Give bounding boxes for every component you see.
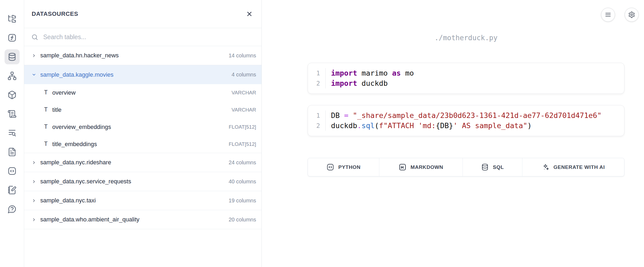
add-cell-button-label: MARKDOWN xyxy=(410,164,443,170)
column-type: VARCHAR xyxy=(232,107,256,113)
sidebar-item-packages[interactable] xyxy=(5,87,20,102)
sidebar-rail xyxy=(0,0,24,267)
code-line: DB = "_share/sample_data/23b0d623-1361-4… xyxy=(331,110,602,121)
add-cell-button-label: GENERATE WITH AI xyxy=(554,164,605,170)
notebook-toolbar xyxy=(601,8,639,22)
table-name: sample_data.kaggle.movies xyxy=(40,71,114,78)
add-cell-markdown-button[interactable]: MARKDOWN xyxy=(379,158,463,176)
notebook-pen-icon xyxy=(8,186,17,195)
search-icon xyxy=(31,34,38,41)
column-row[interactable]: Toverview_embeddingsFLOAT[512] xyxy=(24,118,261,136)
code-line: import duckdb xyxy=(331,78,414,88)
chevron-right-icon xyxy=(32,179,36,184)
sidebar-item-tracebacks[interactable] xyxy=(5,125,20,140)
column-row[interactable]: TtitleVARCHAR xyxy=(24,101,261,118)
table-name: sample_data.nyc.taxi xyxy=(40,197,96,204)
line-number-gutter: 12 xyxy=(308,110,326,131)
line-number: 2 xyxy=(308,78,320,88)
sidebar-item-file-explorer[interactable] xyxy=(5,11,20,26)
code-editor[interactable]: import marimo as moimport duckdb xyxy=(326,68,414,88)
code-line: import marimo as mo xyxy=(331,68,414,78)
cell-list: 12import marimo as moimport duckdb12DB =… xyxy=(308,63,624,136)
panel-header: DATASOURCES xyxy=(24,0,261,28)
sidebar-item-variables[interactable] xyxy=(5,30,20,45)
column-type: FLOAT[512] xyxy=(229,124,256,130)
settings-button[interactable] xyxy=(625,8,639,22)
notebook-area: ./motherduck.py 12import marimo as moimp… xyxy=(262,0,644,267)
table-row[interactable]: sample_data.hn.hacker_news14 columns xyxy=(24,46,261,65)
line-number-gutter: 12 xyxy=(308,68,326,88)
notebook-content: ./motherduck.py 12import marimo as moimp… xyxy=(262,34,644,176)
settings-icon xyxy=(628,11,635,18)
folder-tree-icon xyxy=(8,14,17,23)
search-input[interactable] xyxy=(43,33,256,41)
text-type-icon: T xyxy=(44,141,48,148)
code-square-icon xyxy=(8,166,17,176)
table-column-count: 20 columns xyxy=(229,217,256,223)
table-column-count: 4 columns xyxy=(232,72,256,78)
sidebar-item-logs[interactable] xyxy=(5,106,20,121)
scroll-text-icon xyxy=(8,109,17,118)
app-window: DATASOURCES sample_data.hn.hacker_news14… xyxy=(0,0,644,267)
column-row[interactable]: Ttitle_embeddingsFLOAT[512] xyxy=(24,136,261,153)
panel-title: DATASOURCES xyxy=(32,10,78,17)
code-square-icon xyxy=(326,163,334,171)
column-type: VARCHAR xyxy=(232,90,256,96)
chevron-right-icon xyxy=(32,53,36,58)
chevron-right-icon xyxy=(32,160,36,165)
line-number: 1 xyxy=(308,110,320,121)
close-icon xyxy=(246,10,253,17)
sidebar-item-dependencies[interactable] xyxy=(5,68,20,83)
column-row[interactable]: ToverviewVARCHAR xyxy=(24,84,261,101)
table-column-count: 14 columns xyxy=(229,53,256,59)
add-cell-python-button[interactable]: PYTHON xyxy=(308,158,379,176)
chevron-down-icon xyxy=(32,72,36,77)
line-number: 2 xyxy=(308,121,320,131)
code-cell[interactable]: 12DB = "_share/sample_data/23b0d623-1361… xyxy=(308,105,624,136)
text-type-icon: T xyxy=(44,106,48,113)
network-icon xyxy=(8,71,17,80)
database-icon xyxy=(481,163,489,171)
table-column-count: 40 columns xyxy=(229,179,256,185)
table-row[interactable]: sample_data.who.ambient_air_quality20 co… xyxy=(24,210,261,229)
sidebar-item-help[interactable] xyxy=(5,202,20,217)
table-row[interactable]: sample_data.nyc.rideshare24 columns xyxy=(24,153,261,172)
column-name: title xyxy=(52,106,61,113)
add-cell-button-label: PYTHON xyxy=(338,164,361,170)
markdown-square-icon xyxy=(399,163,406,171)
code-line: duckdb.sql(f"ATTACH 'md:{DB}' AS sample_… xyxy=(331,121,602,131)
table-row[interactable]: sample_data.nyc.taxi19 columns xyxy=(24,191,261,210)
search-bar xyxy=(24,28,261,46)
sidebar-item-datasources[interactable] xyxy=(5,49,20,64)
table-name: sample_data.nyc.rideshare xyxy=(40,159,111,166)
table-name: sample_data.who.ambient_air_quality xyxy=(40,216,139,223)
sidebar-item-snippets[interactable] xyxy=(5,164,20,179)
sidebar-item-scratchpad[interactable] xyxy=(5,183,20,198)
table-column-count: 24 columns xyxy=(229,160,256,166)
menu-button[interactable] xyxy=(601,8,615,22)
function-square-icon xyxy=(8,33,17,42)
table-name: sample_data.hn.hacker_news xyxy=(40,52,119,59)
sparkles-icon xyxy=(542,163,550,171)
close-panel-button[interactable] xyxy=(246,10,253,17)
chevron-right-icon xyxy=(32,217,36,222)
list-search-icon xyxy=(8,128,17,138)
table-list: sample_data.hn.hacker_news14 columnssamp… xyxy=(24,46,261,229)
add-cell-sql-button[interactable]: SQL xyxy=(463,158,522,176)
sidebar-item-documentation[interactable] xyxy=(5,144,20,160)
table-row[interactable]: sample_data.kaggle.movies4 columns xyxy=(24,65,261,84)
add-cell-bar: PYTHONMARKDOWNSQLGENERATE WITH AI xyxy=(308,158,624,176)
text-type-icon: T xyxy=(44,89,48,96)
code-cell[interactable]: 12import marimo as moimport duckdb xyxy=(308,63,624,94)
code-editor[interactable]: DB = "_share/sample_data/23b0d623-1361-4… xyxy=(326,110,602,131)
column-list: ToverviewVARCHARTtitleVARCHARToverview_e… xyxy=(24,84,261,153)
text-type-icon: T xyxy=(44,124,48,131)
filename[interactable]: ./motherduck.py xyxy=(308,34,624,42)
box-icon xyxy=(8,90,17,99)
table-name: sample_data.nyc.service_requests xyxy=(40,178,131,185)
line-number: 1 xyxy=(308,68,320,78)
add-cell-generate-with-ai-button[interactable]: GENERATE WITH AI xyxy=(522,158,624,176)
menu-icon xyxy=(605,11,612,18)
table-row[interactable]: sample_data.nyc.service_requests40 colum… xyxy=(24,172,261,191)
help-bubble-icon xyxy=(8,205,17,214)
